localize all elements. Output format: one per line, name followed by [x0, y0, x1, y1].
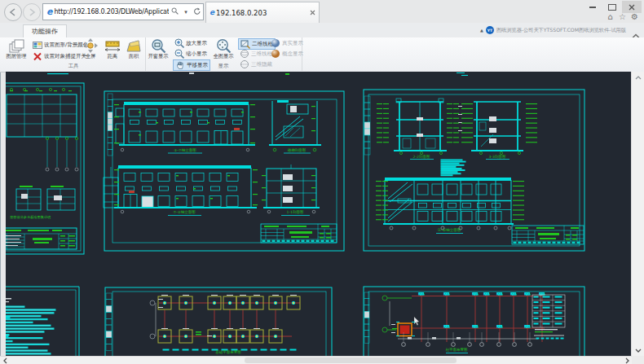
- cad-canvas[interactable]: 屋面做法参见标准图集说明: [0, 72, 632, 356]
- group-tools: 图层管理 设置图形/背景颜色 设置对象捕捉开关: [2, 37, 146, 71]
- caption-column-plan: 柱平面布置图: [446, 348, 468, 352]
- tab-title: 192.168.0.203: [216, 9, 306, 17]
- app-branding: ▲ YT 图纸浏览器-公司天下YTSSOFT.COM图纸浏览软件-试用版: [480, 26, 626, 34]
- favorites-icon[interactable]: ☆: [618, 12, 627, 21]
- pin-icon: ▲: [480, 28, 483, 33]
- url-text[interactable]: http://192.168.0.203/DLWeb/Application/Y…: [54, 8, 169, 15]
- conceptual-button[interactable]: 概念显示: [269, 49, 305, 59]
- column-label: KZ1: [510, 292, 516, 296]
- column-label: KZ1: [483, 292, 489, 296]
- caption-elev-back: ⑦-②轴立面图: [173, 210, 196, 214]
- home-icon[interactable]: ⌂: [606, 12, 615, 21]
- ruler-icon: [104, 38, 121, 54]
- window-zoom-button[interactable]: 开窗显示: [147, 38, 170, 59]
- back-arrow-icon: [9, 8, 17, 16]
- maximize-button[interactable]: [602, 1, 622, 13]
- column-label: KZ1: [524, 292, 530, 296]
- wireframe-3d-icon: [240, 49, 249, 59]
- scroll-right-icon[interactable]: [622, 357, 632, 364]
- scroll-down-icon[interactable]: [632, 344, 644, 356]
- column-label: KZ1: [418, 292, 424, 296]
- group-label-tools: 工具: [2, 63, 145, 70]
- column-label: KZ1: [443, 325, 449, 328]
- caption-foundation-plan: 基础平面布置图: [215, 350, 241, 354]
- refresh-icon[interactable]: [192, 7, 203, 17]
- column-label: KZ1: [496, 292, 502, 296]
- caption-side-section: 1-1剖面图: [287, 210, 304, 214]
- tab-page-icon: e: [206, 9, 216, 16]
- zoom-extents-icon: [216, 38, 232, 54]
- forward-arrow-icon: [28, 8, 36, 16]
- caption-section-a: 2-2剖面图: [413, 155, 430, 159]
- horizontal-scrollbar[interactable]: [0, 356, 632, 364]
- scroll-left-icon[interactable]: [0, 357, 10, 364]
- zoom-out-icon: [174, 49, 184, 59]
- column-label: KZ1: [496, 325, 502, 328]
- zoom-in-button[interactable]: 放大显示: [173, 38, 209, 48]
- browser-command-icons: ⌂ ☆ ⚙: [606, 12, 639, 21]
- tab-function-operations[interactable]: 功能操作: [23, 24, 67, 38]
- forward-button[interactable]: [23, 3, 41, 21]
- layer-manager-button[interactable]: 图层管理: [3, 38, 29, 59]
- caption-section-b: 3-3剖面图: [489, 155, 506, 159]
- vertical-scrollbar[interactable]: [631, 72, 644, 356]
- cad-canvas-wrap: 屋面做法参见标准图集说明: [0, 72, 632, 356]
- back-button[interactable]: [4, 3, 22, 21]
- column-label: KZ1: [443, 292, 449, 296]
- pan-arrows-icon: [83, 38, 98, 54]
- app-logo: YT: [486, 26, 494, 34]
- ie-page-icon: e: [43, 7, 54, 16]
- area-button[interactable]: 面积: [124, 38, 143, 59]
- browser-tab[interactable]: e 192.168.0.203: [205, 2, 320, 23]
- search-icon[interactable]: [169, 7, 180, 16]
- address-bar[interactable]: e http://192.168.0.203/DLWeb/Application…: [42, 3, 204, 20]
- column-label: KZ1: [472, 292, 478, 296]
- zoom-out-button[interactable]: 缩小显示: [173, 49, 209, 59]
- column-label: KZ1: [472, 325, 478, 328]
- group-label-display: 显示: [145, 63, 302, 70]
- tools-gear-icon[interactable]: ⚙: [630, 12, 639, 21]
- snap-toggle-x-icon: [33, 52, 42, 61]
- realistic-sphere-icon: [271, 38, 280, 48]
- wireframe-2d-icon: [240, 39, 250, 49]
- layers-icon: [8, 38, 24, 54]
- area-polygon-icon: [126, 38, 142, 54]
- ribbon-body: 图层管理 设置图形/背景颜色 设置对象捕捉开关: [0, 37, 644, 72]
- tab-close-icon[interactable]: [306, 9, 319, 17]
- color-palette-icon: [33, 41, 42, 50]
- distance-button[interactable]: 距离: [103, 38, 122, 59]
- group-display: 开窗显示 放大显示 缩小显示 平移显示: [145, 37, 302, 71]
- zoom-window-icon: [151, 38, 166, 54]
- caption-elev-front: ②-⑦轴立面图: [174, 148, 196, 152]
- brand-text: 图纸浏览器-公司天下YTSSOFT.COM图纸浏览软件-试用版: [496, 27, 626, 34]
- minimize-button[interactable]: [583, 1, 602, 13]
- fullscreen-button[interactable]: 全屏: [80, 38, 101, 59]
- caption-stair-section: 楼梯剖面图: [287, 148, 307, 152]
- ribbon-tab-strip: 功能操作 ▲ YT 图纸浏览器-公司天下YTSSOFT.COM图纸浏览软件-试用…: [0, 23, 644, 38]
- scroll-thumb[interactable]: [245, 357, 457, 363]
- scrollbar-corner: [632, 356, 644, 364]
- realistic-button[interactable]: 真实显示: [269, 38, 305, 48]
- window-controls: [583, 1, 642, 13]
- autocomplete-caret-icon[interactable]: ▾: [180, 9, 192, 15]
- zoom-extents-button[interactable]: 全图显示: [212, 38, 235, 59]
- close-button[interactable]: [622, 1, 642, 13]
- conceptual-sphere-icon: [271, 49, 280, 59]
- scroll-up-icon[interactable]: [632, 72, 644, 83]
- browser-titlebar: e http://192.168.0.203/DLWeb/Application…: [0, 0, 644, 23]
- browser-window: e http://192.168.0.203/DLWeb/Application…: [0, 0, 644, 364]
- column-label: KZ1: [524, 325, 530, 328]
- zoom-in-icon: [174, 38, 184, 48]
